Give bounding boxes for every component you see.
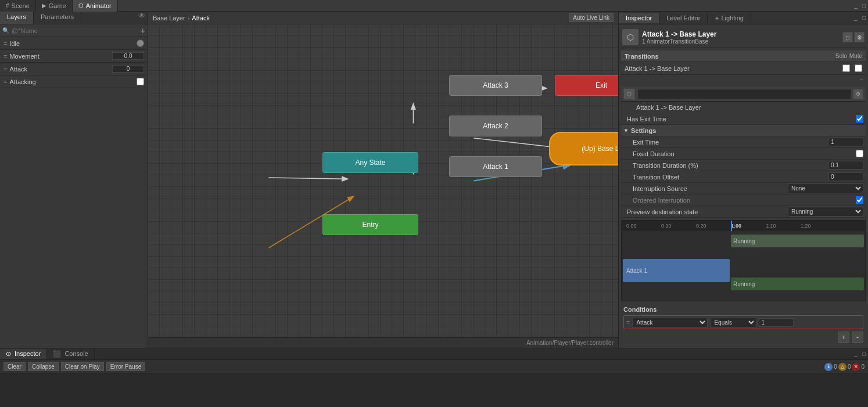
- ordered-interruption-check[interactable]: [856, 196, 863, 204]
- track-running: Running: [731, 278, 864, 290]
- arrows-overlay: [148, 24, 618, 337]
- trans-full-name: Attack 1 -> Base Layer: [621, 103, 866, 113]
- right-tab-actions: _ □: [852, 14, 868, 22]
- idle-trigger[interactable]: [137, 39, 144, 47]
- insp-lock-btn[interactable]: □: [842, 32, 853, 42]
- mute-label: Mute: [849, 53, 862, 59]
- eye-icon[interactable]: 👁: [138, 12, 145, 20]
- canvas-footer: Animation/Player/Player.controller: [148, 337, 618, 348]
- transition-offset-input[interactable]: [828, 172, 863, 181]
- error-pause-btn[interactable]: Error Pause: [106, 362, 145, 371]
- tab-inspector[interactable]: Inspector: [619, 13, 659, 23]
- maximize-btn[interactable]: □: [860, 2, 868, 10]
- tab-parameters[interactable]: Parameters: [34, 12, 81, 24]
- insp-gear-btn[interactable]: ⚙: [854, 32, 865, 42]
- interruption-source-select[interactable]: None Source State Destination State Sour…: [788, 183, 863, 193]
- right-panel: Inspector Level Editor ☀ Lighting _ □ ⬡: [618, 12, 868, 348]
- breadcrumb-base-layer[interactable]: Base Layer: [153, 15, 185, 21]
- animator-toolbar: Base Layer › Attack Auto Live Link: [148, 12, 618, 24]
- state-attack1[interactable]: Attack 1: [449, 156, 542, 177]
- top-tab-bar: # Scene ▶ Game ⬡ Animator _ □: [0, 0, 868, 12]
- transition-checkboxes: [842, 64, 862, 72]
- right-tabs: Inspector Level Editor ☀ Lighting _ □: [619, 12, 868, 24]
- preview-dest-select[interactable]: Running Idle Attack 1: [788, 207, 863, 217]
- state-any-state[interactable]: Any State: [322, 152, 418, 173]
- tab-layers[interactable]: Layers: [0, 12, 34, 24]
- settings-section-header[interactable]: ▼ Settings: [621, 125, 866, 136]
- movement-value[interactable]: [112, 52, 144, 60]
- bottom-maximize-btn[interactable]: □: [860, 350, 868, 358]
- param-attack: = Attack: [0, 63, 148, 75]
- left-panel: Layers Parameters 👁 🔍 + = Idle: [0, 12, 148, 348]
- collapse-btn[interactable]: Collapse: [28, 362, 59, 371]
- transition-mute-check[interactable]: [855, 64, 862, 72]
- attacking-checkbox[interactable]: [137, 78, 144, 85]
- tab-level-editor[interactable]: Level Editor: [659, 13, 708, 23]
- attack-value[interactable]: [112, 65, 144, 73]
- state-base-layer[interactable]: (Up) Base Layer: [549, 132, 618, 165]
- minimize-btn[interactable]: _: [852, 2, 860, 10]
- console-icon: ⬛: [53, 350, 61, 357]
- transition-remove-btn[interactable]: −: [860, 76, 863, 83]
- transition-duration-input[interactable]: [828, 161, 863, 170]
- trans-settings-btn[interactable]: ⚙: [853, 89, 863, 99]
- transition-solo-check[interactable]: [842, 64, 850, 72]
- trans-preview-icon[interactable]: ⬡: [623, 88, 635, 100]
- tab-animator[interactable]: ⬡ Animator: [73, 0, 118, 12]
- condition-operator-select[interactable]: Equals NotEqual Greater Less: [710, 318, 756, 327]
- transition-duration-row: Transition Duration (%): [621, 160, 866, 171]
- game-icon: ▶: [42, 2, 46, 9]
- fixed-duration-check[interactable]: [856, 150, 863, 157]
- state-entry[interactable]: Entry: [322, 214, 418, 235]
- transition-name: Attack 1 -> Base Layer: [625, 65, 842, 72]
- left-tabs: Layers Parameters 👁: [0, 12, 148, 24]
- add-param-btn[interactable]: +: [141, 26, 145, 35]
- bottom-minimize-btn[interactable]: _: [852, 350, 860, 358]
- has-exit-time-row: Has Exit Time: [621, 113, 866, 125]
- has-exit-time-check[interactable]: [856, 115, 863, 123]
- insp-minimize-btn[interactable]: _: [852, 14, 860, 22]
- state-attack2[interactable]: Attack 2: [449, 116, 542, 136]
- conditions-section: Conditions = Attack Movement Attacking E…: [621, 304, 866, 345]
- tab-game[interactable]: ▶ Game: [36, 0, 73, 12]
- transition-row[interactable]: Attack 1 -> Base Layer: [621, 62, 866, 75]
- bottom-tab-inspector[interactable]: ⊙ Inspector: [0, 349, 47, 359]
- tab-lighting[interactable]: ☀ Lighting: [708, 13, 751, 23]
- canvas-area[interactable]: Any State Entry Attack 1 Attack 2 Attack…: [148, 24, 618, 337]
- insp-maximize-btn[interactable]: □: [860, 14, 868, 22]
- condition-remove-btn[interactable]: -: [852, 332, 863, 343]
- clear-btn[interactable]: Clear: [3, 362, 26, 371]
- timeline-ruler: 0:00 0:10 0:20 1:00 1:10 1:20: [622, 221, 865, 231]
- tab-scene[interactable]: # Scene: [0, 0, 36, 12]
- info-icon: ℹ: [824, 363, 833, 371]
- param-movement: = Movement: [0, 50, 148, 63]
- condition-value-input[interactable]: [759, 318, 794, 327]
- conditions-footer: + -: [623, 332, 863, 343]
- conditions-header: Conditions: [623, 306, 863, 313]
- track-running-header: Running: [731, 235, 864, 247]
- param-idle: = Idle: [0, 37, 148, 50]
- breadcrumb-attack[interactable]: Attack: [192, 15, 210, 21]
- main-layout: Layers Parameters 👁 🔍 + = Idle: [0, 12, 868, 348]
- exit-time-row: Exit Time: [621, 136, 866, 148]
- condition-param-select[interactable]: Attack Movement Attacking: [632, 318, 708, 327]
- clear-on-play-btn[interactable]: Clear on Play: [61, 362, 104, 371]
- exit-time-input[interactable]: [828, 138, 863, 146]
- trans-name-input[interactable]: [637, 89, 852, 99]
- condition-add-btn[interactable]: +: [838, 332, 849, 343]
- state-exit[interactable]: Exit: [555, 75, 618, 96]
- solo-label: Solo: [835, 53, 847, 59]
- bottom-tab-console[interactable]: ⬛ Console: [47, 349, 94, 359]
- count-badges: ℹ 0 △ 0 ✕ 0: [824, 363, 865, 371]
- top-tab-actions: _ □: [852, 2, 868, 10]
- auto-live-btn[interactable]: Auto Live Link: [569, 13, 614, 22]
- breadcrumb: Base Layer › Attack: [153, 15, 210, 21]
- search-input[interactable]: [12, 27, 141, 34]
- bottom-inspector-icon: ⊙: [6, 350, 11, 357]
- interruption-source-row: Interruption Source None Source State De…: [621, 183, 866, 195]
- search-row: 🔍 +: [0, 24, 148, 37]
- timeline-marker[interactable]: [731, 221, 732, 231]
- fixed-duration-label: Fixed Duration: [623, 150, 856, 157]
- state-attack3[interactable]: Attack 3: [449, 75, 542, 96]
- timeline-body: Running Attack 1 Running: [622, 231, 865, 301]
